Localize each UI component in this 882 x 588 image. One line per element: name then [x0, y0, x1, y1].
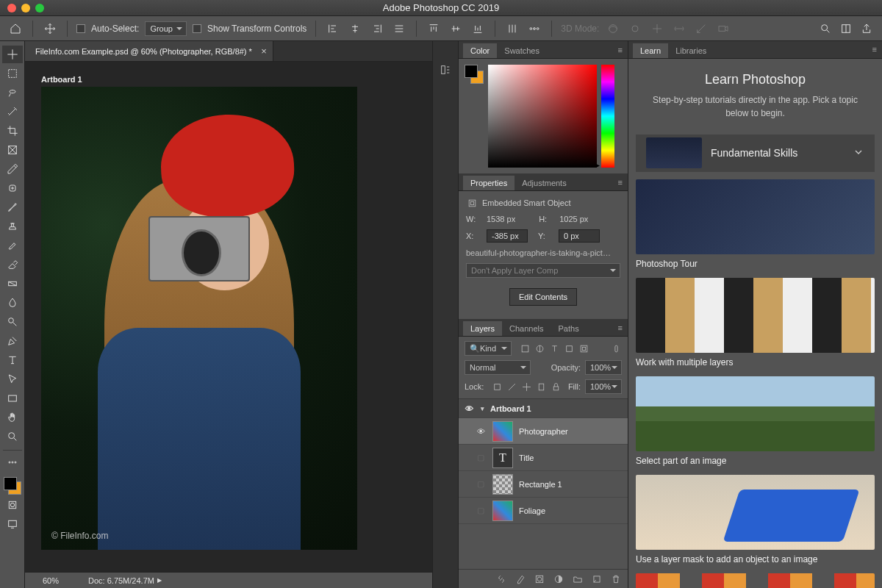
- panel-menu-icon[interactable]: ≡: [618, 323, 623, 332]
- blend-mode-dropdown[interactable]: Normal: [465, 360, 531, 375]
- edit-toolbar-icon[interactable]: [2, 453, 23, 471]
- layer-thumbnail[interactable]: [492, 421, 513, 442]
- align-top-icon[interactable]: [426, 21, 442, 37]
- tab-libraries[interactable]: Libraries: [668, 43, 714, 58]
- learn-card[interactable]: Photoshop Tour: [636, 179, 875, 269]
- layer-group[interactable]: 👁 ▾ Artboard 1: [459, 399, 628, 418]
- more-options-icon[interactable]: [526, 21, 542, 37]
- hand-tool[interactable]: [2, 409, 23, 426]
- adjustment-layer-icon[interactable]: [553, 573, 564, 585]
- brush-tool[interactable]: [2, 198, 23, 216]
- tab-paths[interactable]: Paths: [551, 321, 587, 336]
- panel-menu-icon[interactable]: ≡: [872, 45, 878, 54]
- filter-shape-icon[interactable]: [563, 343, 575, 354]
- visibility-toggle[interactable]: ▢: [475, 479, 487, 489]
- type-tool[interactable]: [2, 351, 23, 369]
- delete-layer-icon[interactable]: [610, 573, 622, 585]
- layer-filter-kind[interactable]: 🔍 Kind: [465, 341, 512, 356]
- screen-mode-icon[interactable]: [2, 515, 23, 533]
- share-icon[interactable]: [858, 21, 875, 37]
- edit-contents-button[interactable]: Edit Contents: [509, 288, 577, 306]
- layer-style-icon[interactable]: [514, 573, 526, 585]
- doc-size[interactable]: Doc: 6.75M/24.7M ▶: [88, 576, 162, 585]
- rectangle-tool[interactable]: [2, 390, 23, 407]
- filter-type-icon[interactable]: [548, 343, 560, 354]
- learn-card[interactable]: Select part of an image: [636, 376, 875, 466]
- x-input[interactable]: -385 px: [487, 229, 528, 243]
- lock-pixels-icon[interactable]: [506, 381, 517, 392]
- close-tab-icon[interactable]: ×: [261, 46, 267, 57]
- zoom-level[interactable]: 60%: [43, 576, 59, 585]
- filter-adjust-icon[interactable]: [534, 343, 545, 354]
- history-brush-tool[interactable]: [2, 237, 23, 254]
- layer-item[interactable]: ▢ Foliage: [459, 498, 628, 524]
- color-swatch[interactable]: [465, 65, 484, 84]
- path-selection-tool[interactable]: [2, 370, 23, 388]
- align-left-icon[interactable]: [325, 21, 341, 37]
- gradient-tool[interactable]: [2, 275, 23, 293]
- workspace-switcher-icon[interactable]: [838, 21, 854, 37]
- layer-thumbnail[interactable]: [492, 474, 513, 495]
- layer-thumbnail[interactable]: T: [492, 448, 513, 468]
- quick-mask-icon[interactable]: [2, 496, 23, 514]
- home-button[interactable]: [7, 21, 24, 37]
- tab-learn[interactable]: Learn: [633, 43, 668, 58]
- dodge-tool[interactable]: [2, 313, 23, 331]
- filter-smart-icon[interactable]: [578, 343, 589, 354]
- frame-tool[interactable]: [2, 141, 23, 159]
- show-transform-checkbox[interactable]: [193, 24, 201, 33]
- panel-menu-icon[interactable]: ≡: [618, 46, 623, 54]
- auto-select-dropdown[interactable]: Group: [145, 21, 187, 36]
- visibility-toggle[interactable]: 👁: [463, 404, 475, 413]
- magic-wand-tool[interactable]: [2, 103, 23, 121]
- opacity-input[interactable]: 100%: [585, 360, 622, 375]
- canvas-area[interactable]: Artboard 1 © FileInfo.com: [25, 62, 432, 572]
- move-tool-icon[interactable]: [42, 21, 58, 37]
- marquee-tool[interactable]: [2, 65, 23, 82]
- lock-artboard-icon[interactable]: [535, 381, 547, 392]
- filter-toggle-icon[interactable]: [610, 343, 622, 354]
- link-layers-icon[interactable]: [495, 573, 507, 585]
- pen-tool[interactable]: [2, 332, 23, 350]
- distribute-icon[interactable]: [391, 21, 407, 37]
- learn-card[interactable]: Use a layer mask to add an object to an …: [636, 475, 875, 564]
- visibility-toggle[interactable]: ▢: [475, 506, 487, 515]
- new-layer-icon[interactable]: [591, 573, 603, 585]
- layer-item[interactable]: ▢ Rectangle 1: [459, 471, 628, 498]
- document-tab[interactable]: FileInfo.com Example.psd @ 60% (Photogra…: [25, 41, 273, 61]
- tab-channels[interactable]: Channels: [502, 321, 551, 336]
- crop-tool[interactable]: [2, 122, 23, 140]
- align-middle-icon[interactable]: [448, 21, 464, 37]
- history-panel-icon[interactable]: [437, 62, 453, 78]
- color-field[interactable]: [488, 65, 597, 168]
- align-right-icon[interactable]: [369, 21, 385, 37]
- foreground-background-swatch[interactable]: [2, 476, 23, 496]
- distribute-v-icon[interactable]: [504, 21, 520, 37]
- artboard[interactable]: © FileInfo.com: [41, 87, 357, 550]
- minimize-window-button[interactable]: [21, 4, 30, 12]
- clone-stamp-tool[interactable]: [2, 218, 23, 235]
- maximize-window-button[interactable]: [35, 4, 44, 12]
- chevron-down-icon[interactable]: ▾: [481, 405, 484, 412]
- hue-slider[interactable]: [601, 65, 614, 168]
- healing-brush-tool[interactable]: [2, 179, 23, 197]
- layer-comp-dropdown[interactable]: Don't Apply Layer Comp: [466, 263, 620, 278]
- panel-menu-icon[interactable]: ≡: [618, 178, 623, 187]
- lock-transparency-icon[interactable]: [491, 381, 503, 392]
- layer-item[interactable]: 👁 Photographer: [459, 418, 628, 445]
- tab-adjustments[interactable]: Adjustments: [514, 176, 574, 190]
- layer-item[interactable]: ▢ T Title: [459, 445, 628, 471]
- zoom-tool[interactable]: [2, 428, 23, 445]
- learn-card[interactable]: Work with multiple layers: [636, 278, 875, 368]
- tab-layers[interactable]: Layers: [463, 321, 502, 336]
- eyedropper-tool[interactable]: [2, 160, 23, 178]
- layer-thumbnail[interactable]: [492, 501, 513, 521]
- filter-pixel-icon[interactable]: [519, 343, 531, 354]
- visibility-toggle[interactable]: ▢: [475, 453, 487, 462]
- tab-color[interactable]: Color: [463, 43, 497, 58]
- auto-select-checkbox[interactable]: [76, 24, 85, 33]
- move-tool[interactable]: [2, 46, 23, 63]
- search-icon[interactable]: [817, 21, 833, 37]
- new-group-icon[interactable]: [572, 573, 584, 585]
- close-window-button[interactable]: [7, 4, 16, 12]
